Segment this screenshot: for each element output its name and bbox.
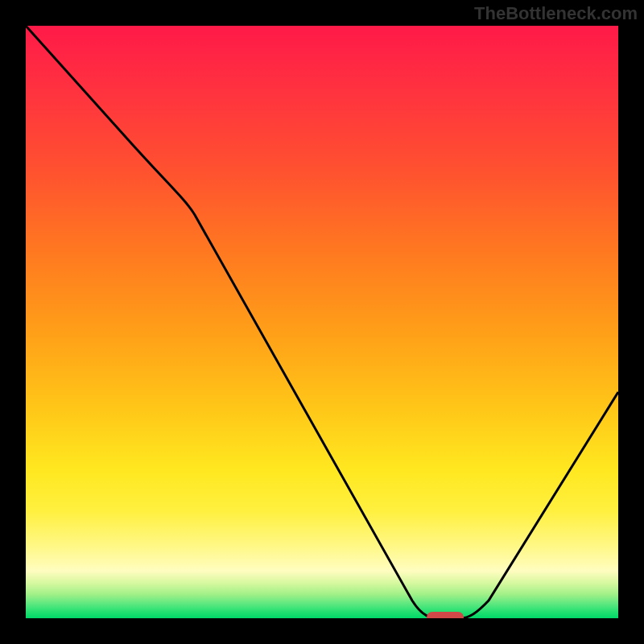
chart-svg (26, 26, 618, 618)
watermark-text: TheBottleneck.com (474, 3, 638, 24)
bottleneck-curve (26, 26, 618, 618)
optimal-marker (427, 612, 464, 618)
chart-frame (23, 23, 621, 621)
